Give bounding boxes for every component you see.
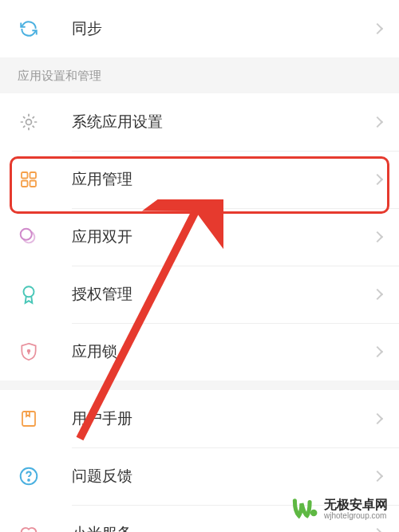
chevron-right-icon [372,471,383,482]
chevron-right-icon [372,231,383,242]
chevron-right-icon [372,116,383,128]
dual-apps-item[interactable]: 应用双开 [0,208,399,266]
dual-apps-label: 应用双开 [72,227,373,247]
sync-label: 同步 [72,18,373,39]
watermark: 无极安卓网 wjhotelgroup.com [292,495,388,522]
section-header-apps: 应用设置和管理 [0,57,399,93]
user-manual-item[interactable]: 用户手册 [0,390,399,447]
app-management-item[interactable]: 应用管理 [0,151,399,208]
chevron-right-icon [372,528,383,532]
feedback-label: 问题反馈 [72,466,373,487]
chevron-right-icon [372,174,383,185]
svg-rect-3 [22,181,28,187]
app-management-label: 应用管理 [72,169,373,190]
manual-icon [18,408,40,430]
gear-icon [18,111,40,133]
watermark-logo [292,495,319,522]
chevron-right-icon [372,23,383,34]
heart-icon [18,522,40,532]
chevron-right-icon [372,289,383,300]
svg-point-5 [21,229,32,240]
sync-icon [18,18,40,40]
svg-point-6 [24,286,34,297]
badge-icon [18,283,40,305]
svg-rect-9 [22,412,35,426]
chevron-right-icon [372,346,383,357]
svg-point-0 [26,120,32,125]
watermark-main: 无极安卓网 [324,498,388,512]
system-apps-label: 系统应用设置 [72,112,373,132]
svg-point-13 [310,510,318,517]
svg-rect-1 [22,172,28,179]
permissions-label: 授权管理 [72,284,373,305]
svg-rect-2 [30,172,37,179]
grid-icon [18,168,40,191]
mi-service-label: 小米服务 [72,523,373,532]
sync-item[interactable]: 同步 [0,0,399,57]
app-lock-item[interactable]: 应用锁 [0,323,399,380]
user-manual-label: 用户手册 [72,408,373,429]
shield-lock-icon [18,341,40,363]
svg-point-11 [28,479,30,481]
help-icon [18,465,40,487]
dual-circle-icon [18,226,40,248]
app-lock-label: 应用锁 [72,341,373,362]
svg-rect-4 [30,181,37,187]
chevron-right-icon [372,413,383,424]
svg-point-7 [28,350,30,353]
system-apps-item[interactable]: 系统应用设置 [0,93,399,151]
watermark-sub: wjhotelgroup.com [324,511,388,520]
permissions-item[interactable]: 授权管理 [0,266,399,323]
